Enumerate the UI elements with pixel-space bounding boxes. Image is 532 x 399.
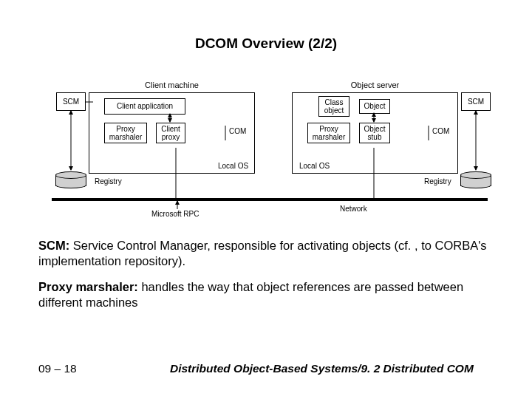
registry-server-label: Registry — [424, 177, 451, 185]
para-scm-bold: SCM: — [38, 239, 69, 252]
slide-title: DCOM Overview (2/2) — [0, 35, 532, 52]
proxy-marshaler-client-box: Proxy marshaler — [104, 123, 147, 143]
server-machine-label: Object server — [293, 81, 457, 89]
object-box: Object — [359, 99, 390, 114]
class-object-box: Class object — [318, 96, 349, 117]
para-proxy: Proxy marshaler: handles the way that ob… — [38, 279, 497, 310]
network-label: Network — [340, 205, 367, 213]
scm-server-box: SCM — [461, 92, 491, 111]
com-label-server: COM — [432, 127, 449, 135]
client-proxy-box: Client proxy — [156, 123, 185, 143]
com-label-client: COM — [229, 127, 246, 135]
dcom-diagram: SCM SCM Client machine Client applicatio… — [52, 74, 488, 211]
local-os-client: Local OS — [218, 162, 248, 170]
network-bar — [52, 198, 488, 201]
footer-page: 09 – 18 — [38, 362, 77, 375]
ms-rpc-label: Microsoft RPC — [151, 210, 199, 218]
client-application-box: Client application — [104, 98, 185, 115]
local-os-server: Local OS — [299, 162, 330, 170]
scm-client-box: SCM — [56, 92, 86, 111]
para-scm-rest: Service Control Manager, responsible for… — [38, 239, 487, 267]
proxy-marshaler-server-box: Proxy marshaler — [307, 123, 350, 143]
registry-client-label: Registry — [95, 177, 122, 185]
para-scm: SCM: Service Control Manager, responsibl… — [38, 238, 497, 268]
registry-server-cylinder — [460, 174, 491, 186]
object-stub-box: Object stub — [359, 123, 390, 143]
para-proxy-bold: Proxy marshaler: — [38, 280, 138, 293]
registry-client-cylinder — [55, 174, 86, 186]
client-machine-label: Client machine — [89, 81, 254, 89]
footer-title: Distributed Object-Based Systems/9. 2 Di… — [170, 362, 474, 375]
